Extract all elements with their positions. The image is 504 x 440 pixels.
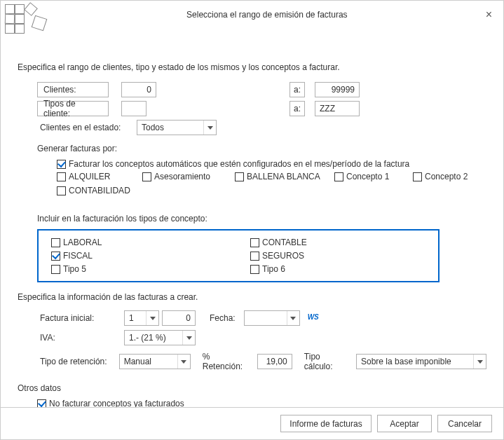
generate-section-label: Generar facturas por:: [37, 144, 486, 153]
client-state-dropdown[interactable]: Todos: [137, 120, 217, 135]
date-label: Fecha:: [207, 311, 238, 325]
iva-dropdown[interactable]: 1.- (21 %): [124, 330, 196, 345]
client-state-label: Clientes en el estado:: [37, 121, 137, 135]
initial-series-dropdown[interactable]: 1: [124, 310, 159, 326]
concept-label[interactable]: CONTABILIDAD: [69, 186, 130, 195]
include-label[interactable]: FISCAL: [63, 251, 93, 261]
chevron-down-icon[interactable]: [182, 331, 195, 345]
invoice-report-button[interactable]: Informe de facturas: [280, 415, 372, 432]
client-types-from-input[interactable]: [121, 101, 147, 116]
accept-button[interactable]: Aceptar: [377, 415, 432, 432]
initial-number-input[interactable]: 0: [162, 310, 196, 326]
concept-ballena-checkbox[interactable]: [235, 172, 244, 181]
include-seguros-checkbox[interactable]: [250, 252, 259, 261]
include-contable-checkbox[interactable]: [250, 238, 259, 247]
clients-to-label: a:: [290, 82, 305, 97]
client-types-label: Tipos de cliente:: [37, 101, 109, 116]
include-label[interactable]: Tipo 5: [63, 264, 86, 274]
retention-pct-input[interactable]: 19,00: [257, 354, 292, 369]
concept-2-checkbox[interactable]: [413, 172, 422, 181]
window-title: Selecciona el rango de emisión de factur…: [54, 10, 480, 20]
brand-small-icon[interactable]: WS: [307, 313, 320, 323]
retention-type-label: Tipo de retención:: [37, 355, 119, 369]
app-logo: [5, 4, 54, 43]
retention-pct-label: % Retención:: [200, 350, 252, 373]
concept-contabilidad-checkbox[interactable]: [57, 186, 66, 195]
include-tipo5-checkbox[interactable]: [51, 265, 60, 274]
client-types-to-input[interactable]: ZZZ: [315, 101, 360, 116]
concept-label[interactable]: Concepto 2: [425, 172, 468, 181]
chevron-down-icon[interactable]: [203, 121, 216, 135]
calc-type-dropdown[interactable]: Sobre la base imponible: [356, 354, 486, 369]
auto-concepts-checkbox[interactable]: [57, 160, 66, 169]
include-tipo6-checkbox[interactable]: [250, 265, 259, 274]
clients-from-input[interactable]: 0: [121, 82, 156, 97]
auto-concepts-label[interactable]: Facturar los conceptos automáticos que e…: [69, 159, 409, 169]
clients-label: Clientes:: [37, 82, 109, 97]
concept-label[interactable]: Concepto 1: [346, 172, 389, 181]
retention-type-dropdown[interactable]: Manual: [119, 354, 191, 369]
initial-invoice-label: Factura inicial:: [37, 311, 124, 325]
chevron-down-icon[interactable]: [177, 355, 190, 369]
concept-1-checkbox[interactable]: [334, 172, 343, 181]
concept-label[interactable]: BALLENA BLANCA: [247, 172, 320, 181]
close-icon[interactable]: ×: [480, 6, 498, 23]
include-label[interactable]: CONTABLE: [262, 238, 307, 247]
chevron-down-icon[interactable]: [146, 311, 158, 325]
invoice-info-heading: Especifica la información de las factura…: [18, 292, 486, 302]
iva-label: IVA:: [37, 331, 124, 345]
concept-asesoramiento-checkbox[interactable]: [142, 172, 151, 181]
include-section-label: Incluir en la facturación los tipos de c…: [37, 214, 486, 224]
concept-label[interactable]: ALQUILER: [69, 172, 110, 181]
include-laboral-checkbox[interactable]: [51, 238, 60, 247]
description-text: Especifica el rango de clientes, tipo y …: [18, 62, 486, 72]
include-label[interactable]: LABORAL: [63, 238, 102, 247]
concept-label[interactable]: Asesoramiento: [154, 172, 210, 181]
client-types-to-label: a:: [290, 101, 305, 116]
include-fiscal-checkbox[interactable]: [51, 252, 60, 261]
include-label[interactable]: SEGUROS: [262, 251, 304, 261]
clients-to-input[interactable]: 99999: [315, 82, 360, 97]
chevron-down-icon[interactable]: [287, 311, 299, 325]
include-types-box: LABORAL CONTABLE FISCAL SEGUROS Tipo 5 T…: [37, 229, 440, 282]
include-label[interactable]: Tipo 6: [262, 264, 285, 274]
calc-type-label: Tipo cálculo:: [301, 350, 351, 373]
date-dropdown[interactable]: [244, 310, 300, 326]
other-heading: Otros datos: [18, 383, 486, 393]
chevron-down-icon[interactable]: [473, 355, 486, 369]
client-state-value: Todos: [137, 123, 203, 132]
concept-alquiler-checkbox[interactable]: [57, 172, 66, 181]
cancel-button[interactable]: Cancelar: [437, 415, 492, 432]
